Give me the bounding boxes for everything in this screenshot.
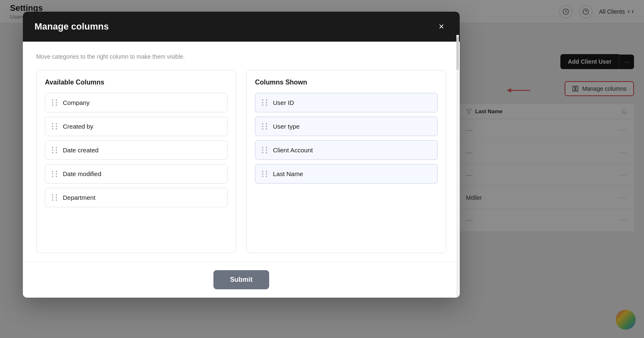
drag-handle-icon	[262, 123, 268, 129]
column-label: User type	[273, 123, 300, 130]
submit-button[interactable]: Submit	[213, 270, 269, 289]
manage-columns-modal: Manage columns × Move categories to the …	[23, 12, 460, 298]
column-item-user-id[interactable]: User ID	[255, 93, 438, 112]
modal-close-button[interactable]: ×	[435, 20, 448, 33]
drag-handle-icon	[262, 99, 268, 106]
close-icon: ×	[439, 21, 444, 32]
column-item-company[interactable]: Company	[45, 93, 228, 112]
column-label: Department	[63, 194, 95, 201]
available-columns-panel: Available Columns Company Cre	[36, 70, 236, 253]
column-item-client-account[interactable]: Client Account	[255, 140, 438, 160]
drag-handle-icon	[52, 123, 58, 129]
drag-handle-icon	[52, 147, 58, 153]
column-label: Last Name	[273, 170, 303, 177]
column-item-created-by[interactable]: Created by	[45, 117, 228, 136]
drag-handle-icon	[52, 99, 58, 106]
column-label: Date modified	[63, 170, 102, 177]
column-label: Client Account	[273, 147, 313, 154]
drag-handle-icon	[52, 171, 58, 177]
column-label: Company	[63, 99, 89, 106]
drag-handle-icon	[262, 147, 268, 153]
modal-scrollbar[interactable]	[456, 35, 459, 298]
column-item-department[interactable]: Department	[45, 188, 228, 207]
modal-header: Manage columns ×	[23, 12, 460, 42]
column-label: Date created	[63, 147, 99, 154]
modal-body: Move categories to the right column to m…	[23, 42, 460, 261]
drag-handle-icon	[262, 171, 268, 177]
modal-footer: Submit	[23, 261, 460, 298]
column-item-user-type[interactable]: User type	[255, 117, 438, 136]
shown-columns-title: Columns Shown	[255, 79, 438, 86]
scrollbar-thumb	[456, 37, 459, 70]
column-label: Created by	[63, 123, 93, 130]
available-columns-title: Available Columns	[45, 79, 228, 86]
drag-handle-icon	[52, 194, 58, 201]
shown-columns-panel: Columns Shown User ID User ty	[246, 70, 446, 253]
column-label: User ID	[273, 99, 294, 106]
column-item-date-created[interactable]: Date created	[45, 140, 228, 160]
columns-container: Available Columns Company Cre	[36, 70, 446, 253]
column-item-date-modified[interactable]: Date modified	[45, 164, 228, 184]
modal-description: Move categories to the right column to m…	[36, 53, 446, 60]
column-item-last-name[interactable]: Last Name	[255, 164, 438, 184]
modal-title: Manage columns	[35, 21, 109, 32]
